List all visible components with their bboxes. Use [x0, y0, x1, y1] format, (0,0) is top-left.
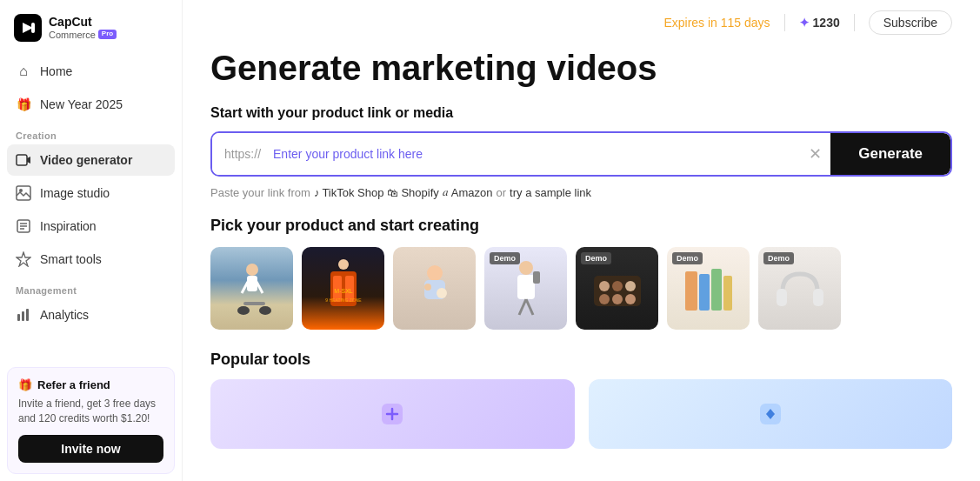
sidebar-item-home[interactable]: Home — [7, 56, 175, 87]
svg-rect-10 — [22, 311, 24, 321]
svg-rect-46 — [813, 289, 823, 306]
demo-badge-6: Demo — [672, 252, 703, 264]
page-title: Generate marketing videos — [210, 49, 952, 88]
tool-icon-1 — [375, 397, 410, 431]
svg-point-16 — [237, 306, 250, 315]
sample-link[interactable]: try a sample link — [510, 186, 591, 199]
subscribe-button[interactable]: Subscribe — [869, 10, 952, 35]
logo-sub: Commerce Pro — [49, 30, 117, 40]
product-link-input[interactable] — [270, 133, 800, 175]
or-text: or — [497, 186, 507, 199]
credits-count: 1230 — [813, 16, 840, 30]
url-prefix: https:// — [212, 133, 270, 175]
demo-badge-5: Demo — [581, 252, 611, 264]
capcut-logo-icon — [14, 14, 42, 42]
svg-rect-42 — [699, 274, 710, 311]
svg-rect-9 — [17, 314, 20, 321]
svg-rect-44 — [723, 276, 732, 311]
svg-rect-18 — [243, 302, 265, 305]
svg-point-40 — [625, 294, 636, 304]
headphones-figure — [770, 258, 830, 319]
svg-text:M-SXL: M-SXL — [334, 288, 353, 294]
product-link-input-row: https:// ✕ Generate — [210, 131, 952, 177]
jacket-figure: M-SXL 9 HEATING ZONE — [317, 254, 370, 324]
sidebar-item-image-label: Image studio — [40, 186, 110, 200]
paste-hint-prefix: Paste your link from — [210, 186, 310, 199]
sidebar-item-analytics[interactable]: Analytics — [7, 299, 175, 331]
pro-badge: Pro — [98, 30, 117, 39]
video-generator-icon — [16, 152, 31, 168]
sidebar-item-analytics-label: Analytics — [40, 308, 89, 322]
sidebar-item-video-generator[interactable]: Video generator — [7, 144, 175, 176]
demo-badge-7: Demo — [763, 252, 794, 264]
tiktok-shop-link[interactable]: ♪ TikTok Shop — [314, 186, 384, 199]
tool-card-2[interactable] — [589, 379, 953, 449]
creation-section-label: Creation — [7, 122, 175, 144]
svg-rect-30 — [517, 275, 535, 299]
tools-row — [210, 379, 952, 449]
diamond-icon: ✦ — [799, 16, 810, 30]
image-studio-icon — [16, 185, 31, 201]
clear-input-button[interactable]: ✕ — [800, 133, 830, 175]
svg-rect-45 — [777, 289, 787, 306]
tiktok-icon: ♪ — [314, 186, 320, 199]
svg-point-25 — [427, 265, 443, 281]
sidebar: CapCut Commerce Pro Home New Year 2025 C… — [0, 0, 183, 481]
svg-rect-11 — [26, 309, 29, 321]
svg-point-12 — [246, 264, 258, 276]
amazon-icon: 𝑎 — [443, 185, 449, 199]
tool-card-1[interactable] — [210, 379, 575, 449]
tool-icon-2 — [753, 397, 788, 431]
gift-icon — [16, 97, 31, 112]
divider2 — [854, 14, 855, 31]
refer-gift-icon: 🎁 — [18, 378, 32, 391]
shopify-icon: 🛍 — [387, 186, 398, 199]
svg-point-38 — [599, 294, 610, 304]
svg-line-14 — [242, 282, 248, 293]
sidebar-item-newyear-label: New Year 2025 — [40, 97, 123, 111]
product-card-2[interactable]: M-SXL 9 HEATING ZONE — [302, 247, 384, 330]
refer-friend-box: 🎁 Refer a friend Invite a friend, get 3 … — [7, 367, 175, 474]
svg-rect-1 — [31, 23, 35, 33]
sidebar-item-newyear[interactable]: New Year 2025 — [7, 89, 175, 120]
product-grid: M-SXL 9 HEATING ZONE Demo — [210, 247, 952, 330]
svg-point-17 — [259, 306, 271, 315]
person-scooter-figure — [226, 254, 278, 324]
analytics-icon — [16, 307, 31, 323]
product-card-1[interactable] — [210, 247, 293, 330]
svg-rect-43 — [711, 269, 722, 311]
amazon-link[interactable]: 𝑎 Amazon — [443, 185, 493, 199]
product-card-3[interactable] — [393, 247, 476, 330]
svg-rect-31 — [533, 271, 540, 284]
sidebar-item-smart-tools[interactable]: Smart tools — [7, 244, 175, 275]
popular-tools-title: Popular tools — [210, 351, 952, 369]
product-card-6[interactable]: Demo — [667, 247, 750, 330]
credits-display: ✦ 1230 — [799, 16, 840, 30]
refer-title: 🎁 Refer a friend — [18, 378, 163, 391]
sidebar-item-inspiration-label: Inspiration — [40, 219, 97, 233]
svg-point-29 — [519, 261, 533, 275]
svg-point-39 — [612, 294, 623, 304]
sidebar-item-inspiration[interactable]: Inspiration — [7, 210, 175, 242]
sidebar-item-video-label: Video generator — [40, 153, 132, 167]
svg-line-33 — [526, 299, 533, 315]
refer-description: Invite a friend, get 3 free days and 120… — [18, 397, 163, 426]
svg-line-15 — [257, 282, 263, 293]
baby-figure — [409, 254, 461, 324]
sidebar-item-image-studio[interactable]: Image studio — [7, 177, 175, 209]
product-card-5[interactable]: Demo — [576, 247, 658, 330]
svg-point-22 — [338, 259, 349, 270]
sidebar-item-home-label: Home — [40, 64, 72, 78]
invite-now-button[interactable]: Invite now — [18, 435, 163, 463]
home-icon — [16, 63, 31, 79]
product-card-7[interactable]: Demo — [758, 247, 841, 330]
paste-hint: Paste your link from ♪ TikTok Shop 🛍 Sho… — [210, 185, 952, 199]
top-bar: Expires in 115 days ✦ 1230 Subscribe — [210, 0, 952, 45]
svg-point-28 — [437, 288, 447, 298]
inspiration-icon — [16, 218, 31, 234]
generate-button[interactable]: Generate — [830, 133, 950, 175]
shopify-link[interactable]: 🛍 Shopify — [387, 186, 438, 199]
logo-subname: Commerce — [49, 30, 96, 40]
sidebar-item-smart-tools-label: Smart tools — [40, 252, 102, 266]
product-card-4[interactable]: Demo — [484, 247, 567, 330]
